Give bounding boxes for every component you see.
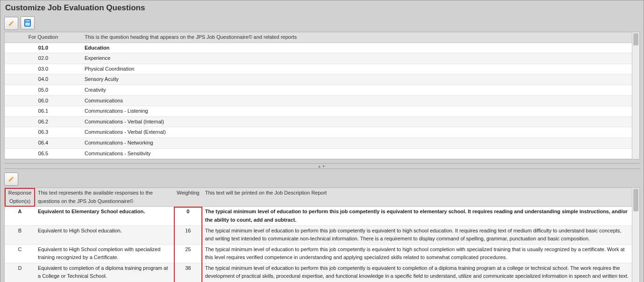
response-description: The typical minimum level of education t…	[202, 263, 632, 282]
response-weight: 0	[174, 207, 202, 225]
questions-header-row: For Question This is the question headin…	[5, 32, 632, 43]
panel: Customize Job Evaluation Questions For Q…	[0, 0, 644, 282]
response-row[interactable]: CEquivalent to High School completion wi…	[5, 244, 632, 263]
response-option: B	[5, 225, 35, 244]
response-weight: 25	[174, 244, 202, 263]
question-text: Creativity	[82, 85, 632, 95]
question-row[interactable]: 06.4Communications - Networking	[5, 137, 632, 148]
question-text: Communications - Verbal (External)	[82, 127, 632, 138]
question-text: Communications - Listening	[82, 106, 632, 117]
scroll-thumb[interactable]	[633, 189, 638, 211]
question-text: Physical Coordination	[82, 64, 632, 74]
pencil-icon	[8, 20, 14, 27]
header-weighting: Weighting	[174, 188, 202, 207]
question-code: 06.3	[5, 127, 82, 138]
question-row[interactable]: 06.0Communications	[5, 95, 632, 106]
question-code: 06.0	[5, 95, 82, 106]
header-description: This text will be printed on the Job Des…	[202, 188, 632, 207]
responses-grid: Response Option(s) This text represents …	[4, 188, 640, 282]
response-option: A	[5, 207, 35, 225]
response-text: Equivalent to High School completion wit…	[35, 244, 174, 263]
question-row[interactable]: 04.0Sensory Acuity	[5, 74, 632, 85]
response-row[interactable]: BEquivalent to High School education.16T…	[5, 225, 632, 244]
question-row[interactable]: 06.5Communications - Sensitivity	[5, 148, 632, 159]
response-option: D	[5, 263, 35, 282]
question-code: 01.0	[5, 43, 82, 53]
question-text: Communications - Verbal (Internal)	[82, 116, 632, 127]
header-code: For Question	[5, 32, 82, 43]
question-row[interactable]: 06.2Communications - Verbal (Internal)	[5, 116, 632, 127]
response-text: Equivalent to Elementary School educatio…	[35, 207, 174, 225]
question-text: Communications - Networking	[82, 137, 632, 148]
response-description: The typical minimum level of education t…	[202, 244, 632, 263]
splitter-handle-icon: ▲▼	[318, 165, 326, 168]
question-code: 06.5	[5, 148, 82, 159]
header-option: Response Option(s)	[5, 188, 35, 207]
calculator-button[interactable]	[21, 16, 35, 29]
question-code: 03.0	[5, 64, 82, 74]
edit-response-button[interactable]	[4, 173, 18, 186]
calculator-icon	[24, 19, 31, 27]
question-text: Communications - Sensitivity	[82, 148, 632, 159]
header-response: This text represents the available respo…	[35, 188, 174, 207]
questions-grid: For Question This is the question headin…	[4, 32, 640, 159]
response-text: Equivalent to High School education.	[35, 225, 174, 244]
response-option: C	[5, 244, 35, 263]
question-row[interactable]: 02.0Experience	[5, 53, 632, 64]
question-row[interactable]: 06.1Communications - Listening	[5, 106, 632, 117]
response-description: The typical minimum level of education t…	[202, 207, 632, 225]
question-code: 02.0	[5, 53, 82, 64]
edit-button[interactable]	[4, 17, 18, 30]
question-text: Sensory Acuity	[82, 74, 632, 85]
response-row[interactable]: DEquivalent to completion of a diploma t…	[5, 263, 632, 282]
question-row[interactable]: 01.0Education	[5, 43, 632, 53]
splitter[interactable]: ▲▼	[4, 163, 640, 169]
response-text: Equivalent to completion of a diploma tr…	[35, 263, 174, 282]
pencil-icon	[8, 176, 14, 182]
upper-toolbar	[0, 14, 644, 32]
response-weight: 16	[174, 225, 202, 244]
question-text: Communications	[82, 95, 632, 106]
question-text: Education	[82, 43, 632, 53]
response-row[interactable]: AEquivalent to Elementary School educati…	[5, 207, 632, 225]
responses-header-row: Response Option(s) This text represents …	[5, 188, 632, 207]
question-code: 06.1	[5, 106, 82, 117]
page-title: Customize Job Evaluation Questions	[0, 0, 644, 14]
scroll-thumb[interactable]	[633, 33, 638, 45]
response-weight: 38	[174, 263, 202, 282]
question-text: Experience	[82, 53, 632, 64]
question-row[interactable]: 05.0Creativity	[5, 85, 632, 95]
lower-toolbar	[0, 169, 644, 188]
response-description: The typical minimum level of education t…	[202, 225, 632, 244]
question-code: 06.4	[5, 137, 82, 148]
responses-scrollbar[interactable]	[632, 188, 639, 282]
header-text: This is the question heading that appear…	[82, 32, 632, 43]
question-code: 05.0	[5, 85, 82, 95]
question-row[interactable]: 06.3Communications - Verbal (External)	[5, 127, 632, 138]
questions-scrollbar[interactable]	[632, 32, 639, 159]
question-code: 06.2	[5, 116, 82, 127]
question-row[interactable]: 03.0Physical Coordination	[5, 64, 632, 74]
question-code: 04.0	[5, 74, 82, 85]
